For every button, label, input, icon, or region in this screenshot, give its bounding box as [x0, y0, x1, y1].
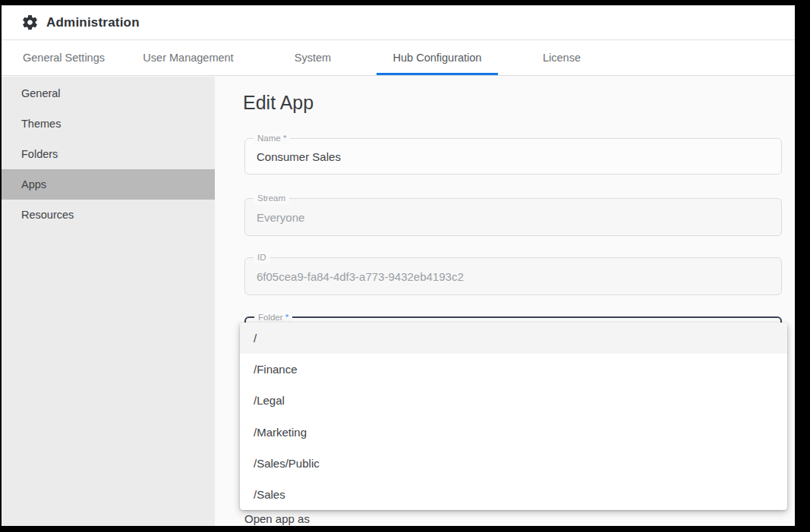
folder-option-legal[interactable]: /Legal	[240, 385, 787, 416]
folder-option-root[interactable]: /	[240, 323, 787, 354]
tab-hub-configuration[interactable]: Hub Configuration	[375, 40, 500, 75]
tab-license[interactable]: License	[500, 40, 624, 75]
open-app-as-label: Open app as	[244, 512, 310, 525]
administration-window: Administration General Settings User Man…	[2, 5, 795, 526]
tab-system[interactable]: System	[251, 40, 375, 75]
folder-dropdown-menu: / /Finance /Legal /Marketing /Sales/Publ…	[240, 323, 787, 510]
content-panel: Edit App Name * Consumer Sales Stream Ev…	[215, 77, 795, 526]
tab-bar: General Settings User Management System …	[2, 40, 795, 76]
sidebar-item-folders[interactable]: Folders	[2, 139, 215, 169]
name-field-value[interactable]: Consumer Sales	[257, 139, 341, 174]
stream-field-value: Everyone	[257, 199, 304, 235]
tab-user-management[interactable]: User Management	[126, 40, 251, 75]
folder-option-marketing[interactable]: /Marketing	[240, 417, 787, 448]
sidebar-item-themes[interactable]: Themes	[2, 109, 215, 139]
sidebar: General Themes Folders Apps Resources	[2, 77, 215, 526]
sidebar-item-general[interactable]: General	[2, 78, 215, 109]
folder-option-sales-public[interactable]: /Sales/Public	[240, 448, 787, 479]
sidebar-item-apps[interactable]: Apps	[2, 169, 215, 200]
required-marker: *	[285, 313, 288, 322]
gear-icon	[21, 14, 39, 31]
header-bar: Administration	[2, 5, 795, 40]
tab-general-settings[interactable]: General Settings	[2, 40, 126, 75]
body: General Themes Folders Apps Resources Ed…	[2, 77, 795, 526]
page-title: Edit App	[243, 92, 314, 114]
sidebar-item-resources[interactable]: Resources	[2, 200, 215, 230]
folder-field-label: Folder *	[254, 312, 292, 323]
app-title: Administration	[46, 15, 140, 30]
folder-option-finance[interactable]: /Finance	[240, 354, 787, 385]
id-field-value: 6f05cea9-fa84-4df3-a773-9432eb4193c2	[257, 258, 464, 294]
stream-field: Stream Everyone	[244, 198, 782, 236]
folder-option-sales[interactable]: /Sales	[240, 479, 787, 510]
id-field: ID 6f05cea9-fa84-4df3-a773-9432eb4193c2	[244, 257, 782, 295]
name-field[interactable]: Name * Consumer Sales	[244, 138, 782, 175]
